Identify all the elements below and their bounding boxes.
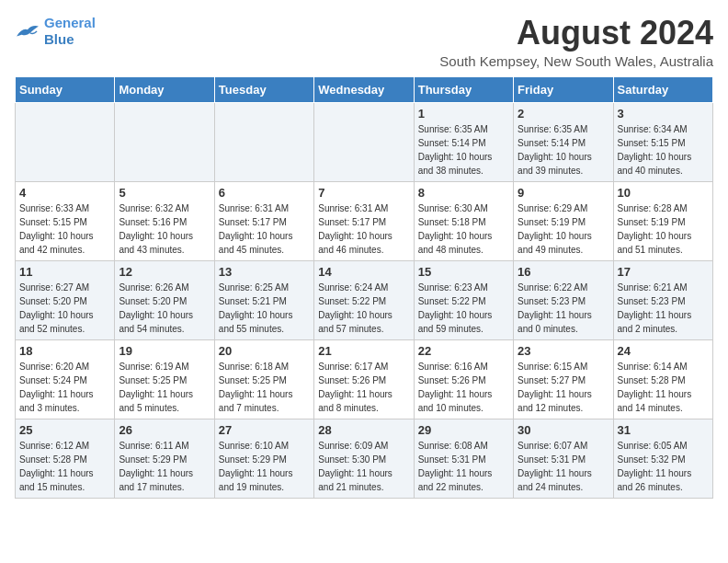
day-number: 27 [219,423,310,437]
weekday-header-row: Sunday Monday Tuesday Wednesday Thursday… [16,76,713,102]
day-number: 3 [618,107,709,121]
day-info: Sunrise: 6:35 AM Sunset: 5:14 PM Dayligh… [518,122,609,178]
day-number: 26 [119,423,210,437]
day-info: Sunrise: 6:24 AM Sunset: 5:22 PM Dayligh… [318,281,409,336]
calendar-cell [115,102,214,181]
logo-line1: General [44,15,96,30]
calendar-cell: 4Sunrise: 6:33 AM Sunset: 5:15 PM Daylig… [16,181,115,260]
calendar-cell: 30Sunrise: 6:07 AM Sunset: 5:31 PM Dayli… [514,419,613,498]
day-info: Sunrise: 6:21 AM Sunset: 5:23 PM Dayligh… [618,281,709,336]
day-info: Sunrise: 6:07 AM Sunset: 5:31 PM Dayligh… [518,439,609,494]
calendar-cell: 19Sunrise: 6:19 AM Sunset: 5:25 PM Dayli… [115,339,214,419]
calendar-cell: 13Sunrise: 6:25 AM Sunset: 5:21 PM Dayli… [214,260,313,339]
header-monday: Monday [115,76,214,102]
header-friday: Friday [514,76,613,102]
calendar-cell: 17Sunrise: 6:21 AM Sunset: 5:23 PM Dayli… [613,260,712,339]
day-info: Sunrise: 6:33 AM Sunset: 5:15 PM Dayligh… [19,201,110,257]
day-info: Sunrise: 6:16 AM Sunset: 5:26 PM Dayligh… [418,360,509,415]
calendar-cell [314,102,414,181]
day-number: 12 [119,265,210,279]
day-info: Sunrise: 6:11 AM Sunset: 5:29 PM Dayligh… [119,439,210,494]
day-info: Sunrise: 6:29 AM Sunset: 5:19 PM Dayligh… [518,201,609,257]
calendar-cell: 3Sunrise: 6:34 AM Sunset: 5:15 PM Daylig… [613,102,712,181]
header-wednesday: Wednesday [314,76,414,102]
logo-text: General Blue [44,15,96,48]
calendar-cell: 9Sunrise: 6:29 AM Sunset: 5:19 PM Daylig… [514,181,613,260]
header-tuesday: Tuesday [214,76,313,102]
calendar-cell: 6Sunrise: 6:31 AM Sunset: 5:17 PM Daylig… [214,181,313,260]
day-info: Sunrise: 6:28 AM Sunset: 5:19 PM Dayligh… [618,201,709,257]
day-number: 13 [219,265,310,279]
day-info: Sunrise: 6:26 AM Sunset: 5:20 PM Dayligh… [119,281,210,336]
day-number: 5 [119,186,210,200]
header-saturday: Saturday [613,76,712,102]
day-number: 15 [418,265,509,279]
calendar-cell: 21Sunrise: 6:17 AM Sunset: 5:26 PM Dayli… [314,339,414,419]
day-number: 1 [418,107,509,121]
calendar-cell: 31Sunrise: 6:05 AM Sunset: 5:32 PM Dayli… [613,419,712,498]
location-subtitle: South Kempsey, New South Wales, Australi… [439,53,713,69]
calendar-cell: 23Sunrise: 6:15 AM Sunset: 5:27 PM Dayli… [514,339,613,419]
day-number: 4 [19,186,110,200]
week-row-3: 11Sunrise: 6:27 AM Sunset: 5:20 PM Dayli… [16,260,713,339]
day-number: 19 [119,344,210,358]
day-info: Sunrise: 6:31 AM Sunset: 5:17 PM Dayligh… [219,201,310,257]
day-number: 14 [318,265,409,279]
day-number: 28 [318,423,409,437]
title-block: August 2024 South Kempsey, New South Wal… [439,15,713,69]
day-info: Sunrise: 6:08 AM Sunset: 5:31 PM Dayligh… [418,439,509,494]
day-info: Sunrise: 6:32 AM Sunset: 5:16 PM Dayligh… [119,201,210,257]
day-number: 8 [418,186,509,200]
day-info: Sunrise: 6:30 AM Sunset: 5:18 PM Dayligh… [418,201,509,257]
day-number: 7 [318,186,409,200]
calendar-cell [16,102,115,181]
day-info: Sunrise: 6:20 AM Sunset: 5:24 PM Dayligh… [19,360,110,415]
day-number: 10 [618,186,709,200]
calendar-cell: 10Sunrise: 6:28 AM Sunset: 5:19 PM Dayli… [613,181,712,260]
day-number: 11 [19,265,110,279]
day-info: Sunrise: 6:15 AM Sunset: 5:27 PM Dayligh… [518,360,609,415]
week-row-4: 18Sunrise: 6:20 AM Sunset: 5:24 PM Dayli… [16,339,713,419]
calendar-cell: 25Sunrise: 6:12 AM Sunset: 5:28 PM Dayli… [16,419,115,498]
calendar-cell: 1Sunrise: 6:35 AM Sunset: 5:14 PM Daylig… [414,102,513,181]
day-info: Sunrise: 6:35 AM Sunset: 5:14 PM Dayligh… [418,122,509,178]
calendar-cell [214,102,313,181]
day-number: 20 [219,344,310,358]
day-info: Sunrise: 6:14 AM Sunset: 5:28 PM Dayligh… [618,360,709,415]
logo-line2: Blue [44,31,74,47]
header-sunday: Sunday [16,76,115,102]
day-number: 18 [19,344,110,358]
day-info: Sunrise: 6:05 AM Sunset: 5:32 PM Dayligh… [618,439,709,494]
calendar-cell: 27Sunrise: 6:10 AM Sunset: 5:29 PM Dayli… [214,419,313,498]
day-number: 2 [518,107,609,121]
day-number: 22 [418,344,509,358]
day-info: Sunrise: 6:09 AM Sunset: 5:30 PM Dayligh… [318,439,409,494]
day-number: 23 [518,344,609,358]
calendar-cell: 7Sunrise: 6:31 AM Sunset: 5:17 PM Daylig… [314,181,414,260]
calendar-cell: 11Sunrise: 6:27 AM Sunset: 5:20 PM Dayli… [16,260,115,339]
week-row-2: 4Sunrise: 6:33 AM Sunset: 5:15 PM Daylig… [16,181,713,260]
day-info: Sunrise: 6:10 AM Sunset: 5:29 PM Dayligh… [219,439,310,494]
calendar-cell: 8Sunrise: 6:30 AM Sunset: 5:18 PM Daylig… [414,181,513,260]
calendar-cell: 2Sunrise: 6:35 AM Sunset: 5:14 PM Daylig… [514,102,613,181]
day-number: 25 [19,423,110,437]
calendar-cell: 16Sunrise: 6:22 AM Sunset: 5:23 PM Dayli… [514,260,613,339]
day-number: 29 [418,423,509,437]
day-info: Sunrise: 6:34 AM Sunset: 5:15 PM Dayligh… [618,122,709,178]
day-number: 21 [318,344,409,358]
header-thursday: Thursday [414,76,513,102]
calendar-cell: 5Sunrise: 6:32 AM Sunset: 5:16 PM Daylig… [115,181,214,260]
day-info: Sunrise: 6:25 AM Sunset: 5:21 PM Dayligh… [219,281,310,336]
logo-icon [15,21,40,41]
month-title: August 2024 [439,15,713,52]
day-number: 6 [219,186,310,200]
calendar-table: Sunday Monday Tuesday Wednesday Thursday… [15,76,713,499]
calendar-cell: 18Sunrise: 6:20 AM Sunset: 5:24 PM Dayli… [16,339,115,419]
calendar-cell: 20Sunrise: 6:18 AM Sunset: 5:25 PM Dayli… [214,339,313,419]
week-row-5: 25Sunrise: 6:12 AM Sunset: 5:28 PM Dayli… [16,419,713,498]
calendar-cell: 26Sunrise: 6:11 AM Sunset: 5:29 PM Dayli… [115,419,214,498]
logo: General Blue [15,15,96,48]
day-number: 16 [518,265,609,279]
day-info: Sunrise: 6:22 AM Sunset: 5:23 PM Dayligh… [518,281,609,336]
day-number: 24 [618,344,709,358]
